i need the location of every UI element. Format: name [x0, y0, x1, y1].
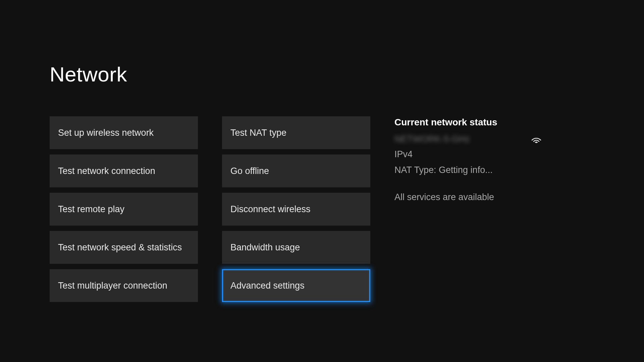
page-title: Network: [50, 62, 644, 86]
option-test-connection[interactable]: Test network connection: [50, 155, 198, 187]
options-column-right: Test NAT type Go offline Disconnect wire…: [222, 116, 370, 302]
option-advanced-settings[interactable]: Advanced settings: [222, 269, 370, 302]
status-ip-version: IPv4: [394, 149, 542, 160]
option-label: Test network speed & statistics: [58, 242, 182, 253]
option-label: Bandwidth usage: [230, 242, 300, 253]
status-nat-type: NAT Type: Getting info...: [394, 165, 542, 175]
option-label: Test remote play: [58, 204, 124, 215]
network-settings-page: Network Set up wireless network Test net…: [0, 0, 644, 302]
content-row: Set up wireless network Test network con…: [50, 116, 644, 302]
option-bandwidth-usage[interactable]: Bandwidth usage: [222, 231, 370, 264]
option-label: Test network connection: [58, 166, 155, 176]
option-go-offline[interactable]: Go offline: [222, 155, 370, 187]
option-label: Test multiplayer connection: [58, 281, 167, 291]
status-network-row: NETWORK-5-GHz: [394, 134, 542, 144]
option-label: Go offline: [230, 166, 269, 176]
status-services: All services are available: [394, 192, 542, 202]
options-column-left: Set up wireless network Test network con…: [50, 116, 198, 302]
option-test-speed[interactable]: Test network speed & statistics: [50, 231, 198, 264]
option-label: Disconnect wireless: [230, 204, 311, 215]
status-heading: Current network status: [394, 117, 542, 128]
status-network-name: NETWORK-5-GHz: [394, 134, 470, 144]
option-label: Set up wireless network: [58, 128, 154, 138]
option-test-remote-play[interactable]: Test remote play: [50, 193, 198, 226]
option-label: Test NAT type: [230, 128, 286, 138]
option-label: Advanced settings: [230, 281, 305, 291]
option-disconnect-wireless[interactable]: Disconnect wireless: [222, 193, 370, 226]
option-test-multiplayer[interactable]: Test multiplayer connection: [50, 269, 198, 302]
wifi-icon: [531, 134, 542, 144]
option-test-nat[interactable]: Test NAT type: [222, 116, 370, 149]
network-status-panel: Current network status NETWORK-5-GHz IPv…: [394, 116, 542, 302]
option-setup-wireless[interactable]: Set up wireless network: [50, 116, 198, 149]
